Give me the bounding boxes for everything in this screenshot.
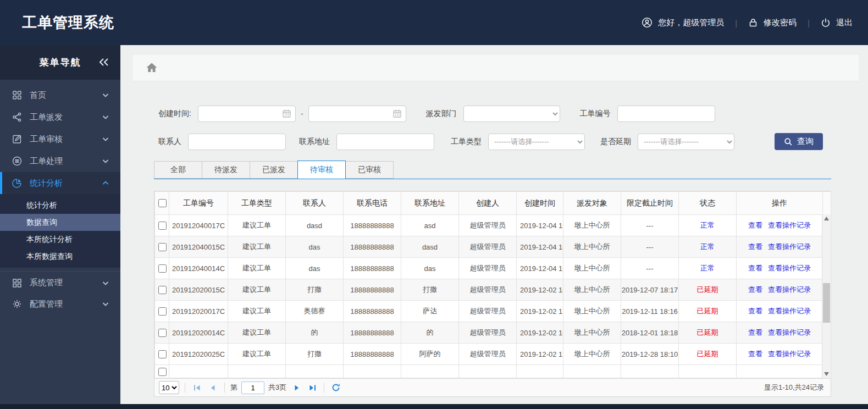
sidebar-item-label: 工单处理 [30,156,63,167]
cell-address: dasd [401,236,459,258]
view-log-link[interactable]: 查看操作记录 [768,307,811,315]
tab-all[interactable]: 全部 [154,161,202,179]
search-button[interactable]: 查询 [775,133,823,150]
view-log-link[interactable]: 查看操作记录 [768,221,811,229]
row-checkbox[interactable] [158,368,167,376]
sidebar-subitem-data-query[interactable]: 数据查询 [0,214,120,231]
row-checkbox[interactable] [158,307,167,316]
grid-icon [12,90,22,100]
sidebar-item-statistics[interactable]: 统计分析 [0,172,120,194]
column-header: 操作 [737,192,823,215]
row-checkbox[interactable] [158,264,167,273]
user-greeting-label: 您好，超级管理员 [658,18,724,28]
view-log-link[interactable]: 查看操作记录 [768,264,811,272]
last-page-icon[interactable] [306,382,318,394]
chevron-down-icon [102,113,109,121]
tab-to-review[interactable]: 待审核 [297,161,346,179]
breadcrumb [132,54,860,81]
order-no-label: 工单编号 [580,109,611,119]
sidebar-item-order-dispatch[interactable]: 工单派发 [0,106,120,128]
view-link[interactable]: 查看 [748,307,762,315]
view-log-link[interactable]: 查看操作记录 [768,242,811,251]
view-log-link[interactable]: 查看操作记录 [768,285,811,294]
cell-contact: dasd [286,215,344,236]
vertical-scrollbar[interactable] [822,214,831,378]
view-link[interactable]: 查看 [748,285,762,294]
pagination-divider [224,383,225,393]
tab-to-dispatch[interactable]: 待派发 [202,161,250,179]
change-password-button[interactable]: 修改密码 [748,18,797,28]
cell-deadline: --- [621,236,679,258]
logout-button[interactable]: 退出 [821,18,853,28]
row-checkbox[interactable] [158,329,167,337]
created-time-start-input[interactable] [198,106,296,122]
next-page-icon[interactable] [290,382,302,394]
is-delayed-select[interactable]: -------请选择------- [638,134,734,150]
row-checkbox[interactable] [158,350,167,358]
page-number-input[interactable] [241,382,264,394]
refresh-icon[interactable] [330,382,342,394]
cell-contact: 的 [286,322,344,344]
dispatch-dept-select[interactable] [463,106,560,122]
created-time-start [198,106,296,122]
tab-reviewed[interactable]: 已审核 [345,161,394,179]
sidebar-subitem-stat-analysis[interactable]: 统计分析 [0,197,120,214]
collapse-left-icon[interactable] [98,58,109,69]
user-greeting[interactable]: 您好，超级管理员 [642,17,724,28]
contact-input[interactable] [188,134,286,150]
dispatch-dept-label: 派发部门 [426,109,457,119]
column-header: 工单类型 [228,192,286,215]
calendar-icon[interactable] [392,109,402,120]
order-type-select[interactable]: -------请选择------- [488,134,585,150]
cell-dispatch-target: 墩上中心所 [563,344,621,365]
page-size-select[interactable]: 10 [159,381,179,394]
cell-order-no: 201912020017C [169,301,228,322]
cell-phone: 18888888888 [344,322,401,344]
sidebar-subitem-branch-stat-analysis[interactable]: 本所统计分析 [0,231,120,248]
cell-dispatch-target: 墩上中心所 [563,236,621,258]
sidebar-item-system-mgmt[interactable]: 系统管理 [0,271,120,293]
prev-page-icon[interactable] [207,382,219,394]
select-all-checkbox[interactable] [158,199,167,207]
sidebar-item-config-mgmt[interactable]: 配置管理 [0,293,120,315]
created-time-end-input[interactable] [308,106,406,122]
cell-actions: 查看查看操作记录 [737,344,823,365]
tab-dispatched[interactable]: 已派发 [250,161,298,179]
sidebar-item-home[interactable]: 首页 [0,84,120,106]
view-link[interactable]: 查看 [748,242,762,251]
row-checkbox[interactable] [158,243,167,251]
home-icon[interactable] [146,62,158,73]
view-log-link[interactable]: 查看操作记录 [768,328,811,336]
cell-phone: 18888888888 [344,301,401,322]
row-checkbox[interactable] [158,222,167,230]
sidebar-item-order-review[interactable]: 工单审核 [0,128,120,150]
chevron-down-icon [102,91,109,99]
table-row: 201912020015C建议工单打撒18888888888打撒超级管理员201… [155,279,831,301]
column-header: 创建时间 [517,192,563,215]
view-link[interactable]: 查看 [748,328,762,336]
order-no-input[interactable] [617,106,715,122]
header-actions: 您好，超级管理员 | 修改密码 | 退出 [642,17,853,28]
cell-empty [228,365,286,378]
scroll-down-icon[interactable] [822,371,831,378]
first-page-icon[interactable] [191,382,203,394]
scroll-up-icon[interactable] [822,215,831,222]
view-link[interactable]: 查看 [748,350,762,358]
row-checkbox[interactable] [158,286,167,294]
cell-address: das [401,258,459,279]
view-link[interactable]: 查看 [748,221,762,229]
calendar-icon[interactable] [282,109,291,120]
cell-creator: 超级管理员 [459,279,517,301]
view-log-link[interactable]: 查看操作记录 [768,350,811,358]
address-input[interactable] [336,134,434,150]
cell-created-time: 2019-12-04 15: [517,258,563,279]
sidebar-item-order-process[interactable]: 工单处理 [0,150,120,172]
sidebar-subitem-branch-data-query[interactable]: 本所数据查询 [0,248,120,265]
cell-order-no: 201912040014C [169,258,228,279]
scrollbar-thumb[interactable] [823,283,830,323]
view-link[interactable]: 查看 [748,264,762,272]
chevron-down-icon [102,279,109,287]
created-time-label: 创建时间: [158,109,191,119]
cell-order-type: 建议工单 [228,279,286,301]
chevron-down-icon [102,157,109,165]
